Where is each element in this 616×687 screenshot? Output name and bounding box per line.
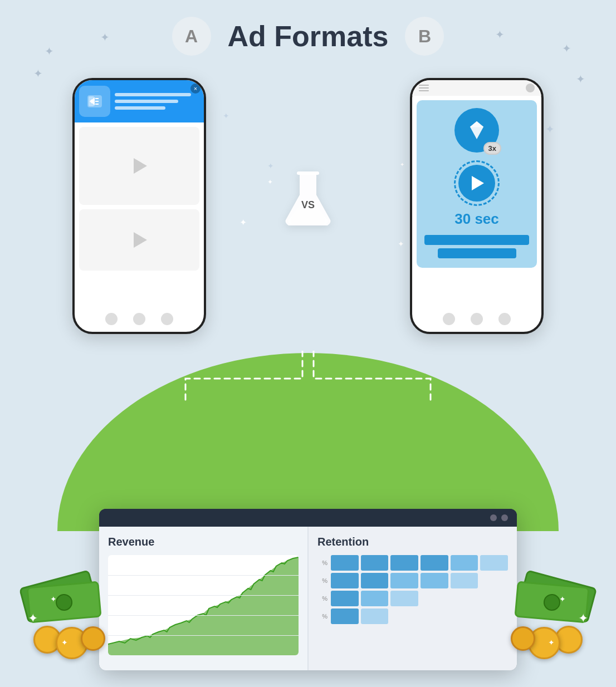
revenue-title: Revenue	[108, 536, 299, 548]
nav-button	[471, 313, 483, 325]
ret-cell	[421, 609, 448, 624]
ret-cell	[451, 609, 478, 624]
sparkle-icon: ✦	[398, 239, 404, 248]
ad-text-lines	[115, 93, 199, 110]
retention-grid: % % %	[317, 555, 508, 624]
dashed-ring	[454, 160, 500, 206]
ret-cell	[451, 555, 478, 571]
reward-bar-2	[438, 248, 516, 258]
play-icon	[134, 232, 147, 248]
badge-b: B	[405, 17, 444, 56]
timer-text: 30 sec	[454, 210, 499, 228]
ret-cell	[361, 609, 389, 624]
ret-label: %	[317, 609, 329, 624]
ret-cell	[390, 555, 418, 571]
revenue-panel: Revenue	[99, 527, 307, 670]
ret-cell	[361, 555, 389, 571]
coin-3	[81, 626, 105, 651]
ret-label: %	[317, 573, 329, 588]
badge-a: A	[172, 17, 211, 56]
phone-a: ×	[72, 78, 206, 334]
play-button-container	[454, 160, 500, 206]
vs-text: VS	[301, 199, 315, 211]
title-area: A Ad Formats B	[0, 17, 616, 56]
nav-button	[443, 313, 455, 325]
ad-icon	[79, 86, 110, 117]
phone-nav-buttons	[412, 313, 541, 325]
revenue-chart-svg	[108, 555, 299, 655]
ret-cell	[421, 573, 448, 588]
nav-button	[133, 313, 145, 325]
ret-label: %	[317, 591, 329, 606]
content-block-1	[79, 127, 199, 205]
coin-6	[511, 626, 535, 651]
revenue-chart	[108, 555, 299, 655]
sparkle-icon: ✦	[239, 217, 247, 228]
ret-cell	[331, 609, 359, 624]
flask-container: VS	[280, 167, 336, 234]
ret-cell	[361, 591, 389, 606]
nav-button	[161, 313, 173, 325]
retention-title: Retention	[317, 536, 508, 548]
sparkle-icon: ✦	[576, 72, 585, 86]
ret-cell	[331, 555, 359, 571]
sparkle-icon: ✦	[267, 161, 274, 170]
ret-cell	[451, 591, 478, 606]
ret-cell	[390, 573, 418, 588]
ret-label: %	[317, 555, 329, 571]
ret-cell	[361, 573, 389, 588]
close-icon: ×	[190, 84, 201, 94]
ret-cell	[331, 591, 359, 606]
money-right: ✦ ✦ ✦	[499, 559, 599, 659]
play-button[interactable]	[458, 165, 495, 202]
connector-lines	[141, 351, 475, 406]
svg-rect-7	[297, 171, 319, 175]
nav-button	[498, 313, 511, 325]
dashboard-header	[99, 509, 517, 527]
ret-cell	[390, 609, 418, 624]
retention-panel: Retention % % %	[307, 527, 517, 670]
page-title: Ad Formats	[228, 19, 389, 53]
nav-button	[105, 313, 118, 325]
diamond-badge: 3x	[454, 108, 499, 153]
content-block-2	[79, 209, 199, 271]
phone-b: 3x 30 sec	[410, 78, 544, 334]
window-dot-2	[501, 514, 508, 521]
dashboard-body: Revenue Retention	[99, 527, 517, 670]
svg-marker-3	[470, 121, 483, 127]
sparkle-icon: ✦	[33, 67, 43, 80]
phone-status-bar	[412, 80, 541, 96]
sparkle-icon: ✦	[267, 178, 273, 186]
ret-cell	[451, 573, 478, 588]
multiplier-badge: 3x	[483, 142, 501, 155]
status-circle	[526, 84, 535, 92]
money-left: ✦ ✦ ✦	[17, 559, 117, 659]
sparkle-icon: ✦	[545, 122, 555, 136]
play-icon	[134, 158, 147, 174]
rewarded-ad: 3x 30 sec	[417, 100, 537, 268]
analytics-dashboard: Revenue Retention	[99, 509, 517, 670]
sparkle-icon: ✦	[400, 161, 404, 168]
ret-cell	[421, 591, 448, 606]
phone-nav-buttons	[75, 313, 204, 325]
window-dot-1	[490, 514, 497, 521]
menu-icon	[419, 85, 429, 91]
reward-bar-1	[424, 235, 529, 245]
ret-cell	[331, 573, 359, 588]
ret-cell	[390, 591, 418, 606]
sparkle-icon: ✦	[223, 111, 229, 120]
ret-cell	[421, 555, 448, 571]
banner-ad: ×	[75, 80, 204, 122]
play-triangle-icon	[472, 176, 484, 190]
